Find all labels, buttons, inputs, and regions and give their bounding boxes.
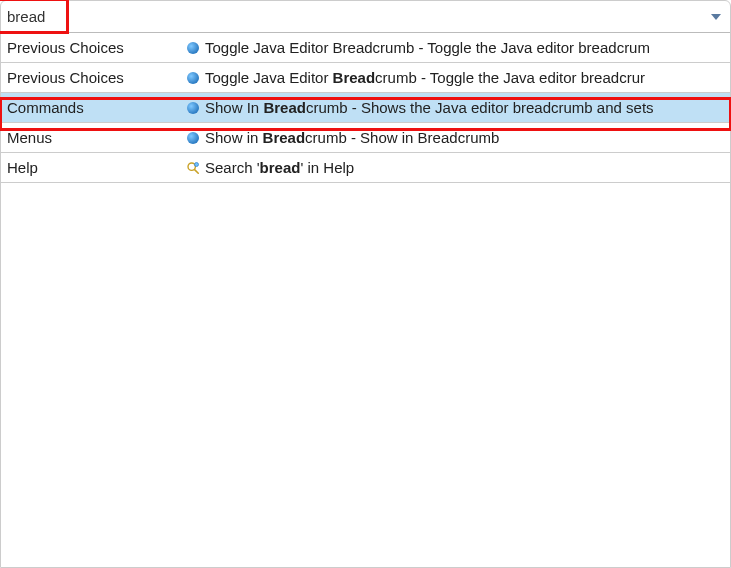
bullet-icon bbox=[181, 102, 205, 114]
bullet-icon bbox=[181, 42, 205, 54]
svg-line-1 bbox=[195, 169, 199, 173]
help-search-icon bbox=[181, 161, 205, 175]
result-category: Help bbox=[1, 159, 181, 176]
svg-point-2 bbox=[194, 162, 198, 166]
result-row[interactable]: Help Search 'bread' in Help bbox=[1, 153, 730, 183]
dropdown-arrow-icon[interactable] bbox=[708, 9, 724, 25]
bullet-icon bbox=[181, 132, 205, 144]
result-description: Search 'bread' in Help bbox=[205, 159, 730, 176]
result-row[interactable]: Commands Show In Breadcrumb - Shows the … bbox=[1, 93, 730, 123]
results-list: Previous Choices Toggle Java Editor Brea… bbox=[1, 33, 730, 183]
result-description: Show in Breadcrumb - Show in Breadcrumb bbox=[205, 129, 730, 146]
result-category: Previous Choices bbox=[1, 69, 181, 86]
result-category: Menus bbox=[1, 129, 181, 146]
result-description: Toggle Java Editor Breadcrumb - Toggle t… bbox=[205, 39, 730, 56]
result-description: Show In Breadcrumb - Shows the Java edit… bbox=[205, 99, 730, 116]
result-category: Previous Choices bbox=[1, 39, 181, 56]
result-row[interactable]: Menus Show in Breadcrumb - Show in Bread… bbox=[1, 123, 730, 153]
search-row bbox=[1, 1, 730, 33]
bullet-icon bbox=[181, 72, 205, 84]
result-description: Toggle Java Editor Breadcrumb - Toggle t… bbox=[205, 69, 730, 86]
result-row[interactable]: Previous Choices Toggle Java Editor Brea… bbox=[1, 63, 730, 93]
result-category: Commands bbox=[1, 99, 181, 116]
search-input[interactable] bbox=[5, 6, 708, 27]
quick-access-popup: Previous Choices Toggle Java Editor Brea… bbox=[0, 0, 731, 568]
result-row[interactable]: Previous Choices Toggle Java Editor Brea… bbox=[1, 33, 730, 63]
